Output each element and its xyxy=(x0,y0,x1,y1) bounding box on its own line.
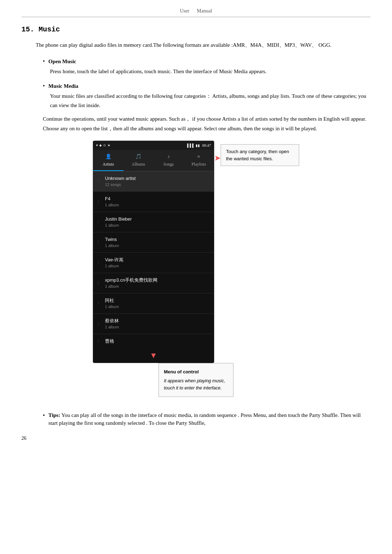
header-left: User xyxy=(180,8,189,14)
top-callout-row: ♥ ◆ ⊙ ★ ▐▐▐ ▮▮ 08:47 👤 Artists xyxy=(93,141,299,363)
bullet-dot-2: • xyxy=(43,82,45,90)
screenshot-wrapper: ♥ ◆ ⊙ ★ ▐▐▐ ▮▮ 08:47 👤 Artists xyxy=(93,141,299,397)
artist-sub-adu: 1 album xyxy=(105,304,210,310)
artist-info-xpmp3: xpmp3.cn手机免费找歌网 1 album xyxy=(105,277,210,289)
chevron-icon-cao: 〉 xyxy=(97,338,101,344)
right-arrow-icon: ➤ xyxy=(214,152,221,164)
artist-list: 〉 Unknown artist 12 songs 〉 F4 1 album xyxy=(93,171,214,348)
status-icon-2: ◆ xyxy=(99,143,102,148)
chevron-icon-xpmp3: 〉 xyxy=(97,280,101,286)
status-icon-3: ⊙ xyxy=(103,143,106,148)
section-title: 15. Music xyxy=(21,24,371,35)
screenshot-area: ♥ ◆ ⊙ ★ ▐▐▐ ▮▮ 08:47 👤 Artists xyxy=(21,141,371,397)
battery-icon: ▮▮ xyxy=(196,143,200,148)
phone-screenshot: ♥ ◆ ⊙ ★ ▐▐▐ ▮▮ 08:47 👤 Artists xyxy=(93,141,214,363)
bullet-dot: • xyxy=(43,57,45,66)
chevron-icon-unknown: 〉 xyxy=(97,178,101,184)
artist-info-twins: Twins 1 album xyxy=(105,236,210,249)
artist-sub-vae: 1 album xyxy=(105,263,210,269)
artist-item-f4[interactable]: 〉 F4 1 album xyxy=(93,192,214,212)
artist-info-vae: Vae-许嵩 1 album xyxy=(105,256,210,269)
chevron-icon-justin: 〉 xyxy=(97,219,101,225)
open-music-desc: Press home, touch the label of applicati… xyxy=(50,67,371,76)
artists-icon: 👤 xyxy=(95,153,122,160)
artist-sub-cai: 1 album xyxy=(105,324,210,330)
artist-info-adu: 阿杜 1 album xyxy=(105,297,210,310)
artist-item-justin[interactable]: 〉 Justin Bieber 1 album xyxy=(93,212,214,232)
tab-playlists-label: Playlists xyxy=(191,162,206,167)
artist-sub-justin: 1 album xyxy=(105,222,210,228)
status-icon-1: ♥ xyxy=(96,143,98,148)
artist-sub-twins: 1 album xyxy=(105,243,210,249)
tab-songs[interactable]: ♪ Songs xyxy=(154,150,184,171)
artist-name-unknown: Unknown artist xyxy=(105,175,210,182)
artist-name-cao: 曹格 xyxy=(105,338,114,345)
chevron-icon-cai: 〉 xyxy=(97,321,101,327)
callout-box-top: Touch any category, then open the wanted… xyxy=(221,144,299,166)
tips-label: Tips: xyxy=(49,412,60,418)
artist-name-adu: 阿杜 xyxy=(105,297,210,304)
tips-bullet-dot: • xyxy=(43,411,45,420)
tab-playlists[interactable]: ≡ Playlists xyxy=(184,150,214,171)
open-music-bullet: • Open Music xyxy=(43,57,371,66)
chevron-icon-f4: 〉 xyxy=(97,198,101,205)
artist-name-justin: Justin Bieber xyxy=(105,216,210,223)
artist-info-justin: Justin Bieber 1 album xyxy=(105,216,210,228)
artist-item-unknown[interactable]: 〉 Unknown artist 12 songs xyxy=(93,171,214,192)
signal-icon: ▐▐▐ xyxy=(186,143,194,148)
screenshot-bottom-row: Menu of control It appears when playing … xyxy=(159,363,233,397)
music-media-label: Music Media xyxy=(49,82,79,90)
open-music-section: • Open Music Press home, touch the label… xyxy=(21,57,371,76)
artist-name-f4: F4 xyxy=(105,195,210,202)
artist-sub-unknown: 12 songs xyxy=(105,182,210,188)
menu-box-text: It appears when playing music, touch it … xyxy=(164,378,225,391)
open-music-label: Open Music xyxy=(49,57,76,66)
tab-songs-label: Songs xyxy=(164,162,174,167)
artist-name-vae: Vae-许嵩 xyxy=(105,256,210,263)
chevron-icon-twins: 〉 xyxy=(97,239,101,245)
header-right: Manual xyxy=(197,8,212,14)
tab-albums-label: Albums xyxy=(132,162,145,167)
playlists-icon: ≡ xyxy=(185,153,213,160)
menu-callout-box: Menu of control It appears when playing … xyxy=(159,363,233,397)
chevron-icon-vae: 〉 xyxy=(97,260,101,266)
artist-item-cao[interactable]: 〉 曹格 xyxy=(93,334,214,348)
artist-name-twins: Twins xyxy=(105,236,210,243)
menu-box-title: Menu of control xyxy=(164,368,228,376)
page-header: User Manual xyxy=(21,7,371,17)
artist-item-xpmp3[interactable]: 〉 xpmp3.cn手机免费找歌网 1 album xyxy=(93,273,214,293)
tips-bullet: • Tips: You can play all of the songs in… xyxy=(43,411,371,427)
music-media-desc: Your music files are classified accordin… xyxy=(50,92,371,110)
tab-albums[interactable]: 🎵 Albums xyxy=(124,150,154,171)
tips-content: You can play all of the songs in the int… xyxy=(49,412,361,426)
tab-artists-label: Artists xyxy=(102,162,114,167)
artist-item-cai[interactable]: 〉 蔡依林 1 album xyxy=(93,314,214,334)
artist-name-cai: 蔡依林 xyxy=(105,317,210,324)
tab-artists[interactable]: 👤 Artists xyxy=(93,150,124,171)
tips-text: Tips: You can play all of the songs in t… xyxy=(49,411,371,427)
artist-item-adu[interactable]: 〉 阿杜 1 album xyxy=(93,293,214,314)
artist-cao-row: 〉 曹格 xyxy=(97,338,210,345)
continued-text: Continue the operations, until your want… xyxy=(43,114,371,134)
status-time: 08:47 xyxy=(202,142,211,148)
artist-item-twins[interactable]: 〉 Twins 1 album xyxy=(93,232,214,253)
status-icons: ♥ ◆ ⊙ ★ xyxy=(96,143,110,148)
down-arrow: ▼ xyxy=(93,348,214,363)
artist-item-vae[interactable]: 〉 Vae-许嵩 1 album xyxy=(93,253,214,273)
artist-name-xpmp3: xpmp3.cn手机免费找歌网 xyxy=(105,277,210,284)
artist-sub-f4: 1 album xyxy=(105,202,210,208)
artist-info-f4: F4 1 album xyxy=(105,195,210,208)
phone-status-bar: ♥ ◆ ⊙ ★ ▐▐▐ ▮▮ 08:47 xyxy=(93,141,214,150)
songs-icon: ♪ xyxy=(155,153,182,160)
artist-sub-xpmp3: 1 album xyxy=(105,283,210,289)
artist-info-unknown: Unknown artist 12 songs xyxy=(105,175,210,188)
albums-icon: 🎵 xyxy=(125,153,152,160)
status-right: ▐▐▐ ▮▮ 08:47 xyxy=(186,142,211,148)
page-number: 26 xyxy=(21,434,371,442)
intro-paragraph: The phone can play digital audio files i… xyxy=(36,41,371,50)
status-icon-4: ★ xyxy=(107,143,110,148)
tips-section: • Tips: You can play all of the songs in… xyxy=(21,411,371,427)
artist-info-cai: 蔡依林 1 album xyxy=(105,317,210,330)
music-media-bullet: • Music Media xyxy=(43,82,371,90)
music-media-section: • Music Media Your music files are class… xyxy=(21,82,371,134)
